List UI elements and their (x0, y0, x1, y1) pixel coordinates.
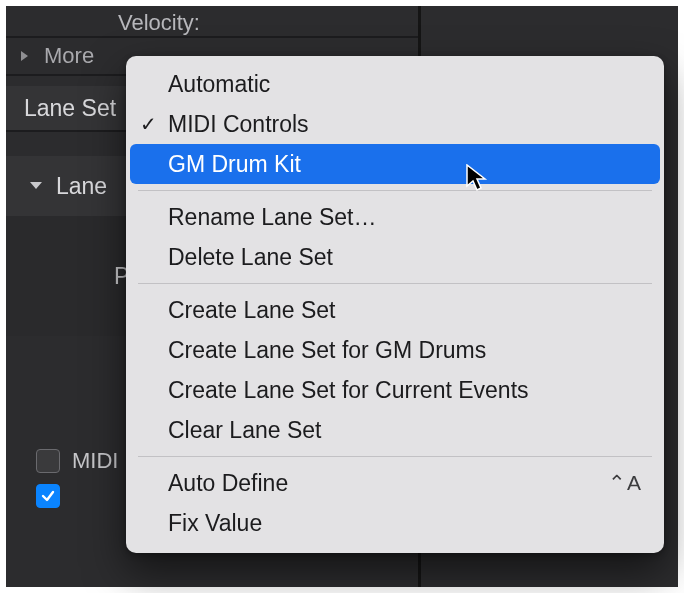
menu-item-create-lane-set-current-events[interactable]: Create Lane Set for Current Events (126, 370, 664, 410)
midi-checkbox-row[interactable]: MIDI (36, 446, 118, 476)
menu-item-clear-lane-set[interactable]: Clear Lane Set (126, 410, 664, 450)
lane-set-context-menu[interactable]: Automatic ✓ MIDI Controls GM Drum Kit Re… (126, 56, 664, 553)
menu-item-label: Automatic (168, 71, 270, 98)
menu-item-label: Create Lane Set for GM Drums (168, 337, 486, 364)
menu-separator (138, 190, 652, 191)
menu-item-automatic[interactable]: Automatic (126, 64, 664, 104)
menu-item-label: MIDI Controls (168, 111, 309, 138)
menu-item-label: Auto Define (168, 470, 288, 497)
menu-item-label: Create Lane Set (168, 297, 336, 324)
more-label: More (44, 43, 94, 69)
menu-item-midi-controls[interactable]: ✓ MIDI Controls (126, 104, 664, 144)
app-window: Velocity: More Lane Set Lane P MIDI (0, 0, 684, 593)
chevron-right-icon (16, 50, 34, 62)
menu-item-shortcut: ⌃A (608, 471, 642, 495)
menu-item-create-lane-set-gm-drums[interactable]: Create Lane Set for GM Drums (126, 330, 664, 370)
menu-item-gm-drum-kit[interactable]: GM Drum Kit (130, 144, 660, 184)
menu-item-label: Fix Value (168, 510, 262, 537)
checkbox-checked[interactable] (36, 484, 60, 508)
menu-item-rename-lane-set[interactable]: Rename Lane Set… (126, 197, 664, 237)
menu-item-label: Delete Lane Set (168, 244, 333, 271)
menu-item-auto-define[interactable]: Auto Define ⌃A (126, 463, 664, 503)
menu-item-label: GM Drum Kit (168, 151, 301, 178)
menu-item-create-lane-set[interactable]: Create Lane Set (126, 290, 664, 330)
midi-checkbox-label: MIDI (72, 448, 118, 474)
menu-item-label: Clear Lane Set (168, 417, 321, 444)
lane-set-label: Lane Set (24, 95, 116, 122)
menu-item-label: Rename Lane Set… (168, 204, 376, 231)
more-row[interactable]: More (6, 38, 94, 74)
lane-label: Lane (56, 173, 107, 200)
checkbox-unchecked[interactable] (36, 449, 60, 473)
menu-item-label: Create Lane Set for Current Events (168, 377, 529, 404)
chevron-down-icon (24, 181, 48, 191)
velocity-label: Velocity: (118, 10, 200, 36)
check-icon: ✓ (140, 112, 157, 136)
menu-separator (138, 283, 652, 284)
menu-item-delete-lane-set[interactable]: Delete Lane Set (126, 237, 664, 277)
menu-separator (138, 456, 652, 457)
checkbox-row-2[interactable] (36, 481, 60, 511)
menu-item-fix-value[interactable]: Fix Value (126, 503, 664, 543)
